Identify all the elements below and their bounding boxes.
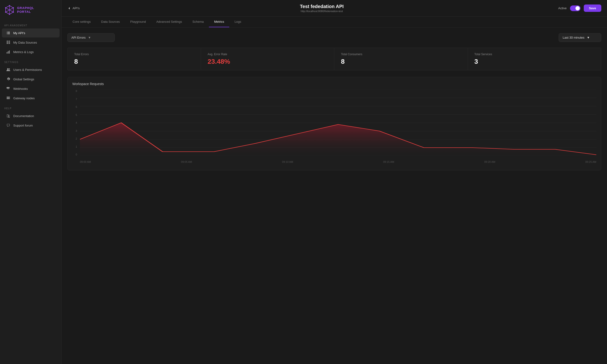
x-label: 09:25 AM: [585, 160, 596, 163]
sidebar-item-users-permissions[interactable]: Users & Permissions: [2, 65, 60, 74]
save-button[interactable]: Save: [584, 4, 601, 12]
sidebar-item-label: Documentation: [13, 114, 34, 118]
svg-point-25: [7, 68, 9, 70]
chart-icon: [6, 50, 11, 54]
api-url: http://localhost:8080/federeation-test: [85, 10, 558, 13]
list-icon: [6, 31, 11, 35]
svg-rect-14: [7, 34, 8, 34]
tab-metrics[interactable]: Metrics: [209, 17, 229, 27]
book-icon: [6, 114, 11, 118]
chevron-down-icon: ▼: [88, 36, 91, 39]
chart-inner: [80, 90, 596, 156]
svg-rect-13: [8, 33, 10, 33]
svg-rect-18: [7, 42, 8, 43]
sidebar-item-metrics-logs[interactable]: Metrics & Logs: [2, 47, 60, 56]
metric-card-total-consumers: Total Consumers 8: [334, 48, 468, 70]
tab-advanced-settings[interactable]: Advanced Settings: [151, 17, 187, 27]
metric-card-avg-error-rate: Avg. Error Rate 23.48%: [201, 48, 335, 70]
x-label: 09:00 AM: [80, 160, 91, 163]
metric-value-error: 23.48%: [208, 58, 328, 65]
svg-rect-24: [9, 51, 10, 53]
sidebar-item-documentation[interactable]: Documentation: [2, 111, 60, 120]
sidebar-item-label: My API's: [13, 31, 25, 35]
api-management-label: API ANAGEMENT: [0, 20, 61, 28]
x-label: 09:15 AM: [383, 160, 394, 163]
x-label: 09:05 AM: [181, 160, 192, 163]
metric-type-dropdown[interactable]: API Errors ▼: [67, 33, 115, 42]
sidebar-item-label: Users & Permissions: [13, 68, 42, 72]
back-button[interactable]: API's: [67, 6, 80, 10]
chart-container: 8 7 6 5 4 3 2 1 0: [72, 90, 596, 165]
chart-title: Workspace Requests: [72, 82, 596, 86]
filter-row: API Errors ▼ Last 30 minutes ▼: [67, 33, 601, 42]
y-label: 3: [76, 130, 78, 132]
y-label: 2: [76, 137, 78, 140]
sidebar-item-my-data-sources[interactable]: My Data Sources: [2, 38, 60, 47]
svg-rect-11: [8, 32, 10, 32]
time-range-label: Last 30 minutes: [563, 36, 584, 39]
metric-label: Total Services: [475, 52, 595, 56]
sidebar-item-support-forum[interactable]: Support forum: [2, 121, 60, 130]
metric-type-label: API Errors: [71, 36, 86, 39]
svg-rect-20: [7, 43, 8, 44]
sidebar-item-label: Support forum: [13, 124, 33, 127]
metric-value: 8: [341, 58, 461, 65]
back-arrow-icon: [67, 6, 71, 10]
sidebar-item-label: Metrics & Logs: [13, 50, 34, 54]
svg-rect-10: [7, 32, 8, 32]
sidebar-item-my-apis[interactable]: My API's: [2, 28, 60, 38]
metric-card-total-services: Total Services 3: [468, 48, 601, 70]
y-label: 4: [76, 121, 78, 124]
sidebar-item-label: Gateway nodes: [13, 96, 35, 100]
tab-data-sources[interactable]: Data Sources: [96, 17, 125, 27]
svg-point-29: [9, 97, 10, 97]
active-toggle[interactable]: [570, 5, 581, 11]
tab-playground[interactable]: Playground: [125, 17, 151, 27]
y-label: 7: [76, 98, 78, 101]
tab-schema[interactable]: Schema: [187, 17, 209, 27]
topbar: API's Test fededation API http://localho…: [62, 0, 607, 17]
metric-label: Total Consumers: [341, 52, 461, 56]
y-label: 0: [76, 153, 78, 156]
logo-brand: GRAPHQL: [17, 6, 34, 10]
y-label: 6: [76, 105, 78, 108]
y-label: 5: [76, 114, 78, 116]
infinity-icon: [6, 87, 11, 91]
sidebar-item-gateway-nodes[interactable]: Gateway nodes: [2, 94, 60, 103]
grid-icon: [6, 40, 11, 45]
metric-label: Total Errors: [74, 52, 194, 56]
chat-icon: [6, 123, 11, 128]
x-label: 09:20 AM: [484, 160, 495, 163]
svg-rect-17: [9, 41, 10, 41]
content-area: API Errors ▼ Last 30 minutes ▼ Total Err…: [62, 27, 607, 364]
gear-icon: [6, 77, 11, 81]
y-label: 1: [76, 145, 78, 148]
sidebar-item-global-settings[interactable]: Global Settings: [2, 75, 60, 84]
tabs-bar: Core settings Data Sources Playground Ad…: [62, 17, 607, 27]
logo-text: GRAPHQL PORTAL: [17, 6, 34, 13]
graphql-logo-icon: [4, 5, 15, 15]
topbar-title: Test fededation API http://localhost:808…: [85, 4, 558, 13]
toggle-track[interactable]: [570, 5, 581, 11]
back-label: API's: [73, 6, 80, 10]
svg-rect-12: [7, 33, 8, 33]
sidebar-item-webhooks[interactable]: Webhooks: [2, 84, 60, 93]
area-chart: [80, 90, 596, 156]
sidebar-item-label: My Data Sources: [13, 41, 37, 44]
y-axis: 8 7 6 5 4 3 2 1 0: [72, 90, 78, 156]
metrics-cards: Total Errors 8 Avg. Error Rate 23.48% To…: [67, 48, 601, 70]
time-range-dropdown[interactable]: Last 30 minutes ▼: [559, 33, 601, 42]
metric-value: 3: [475, 58, 595, 65]
svg-rect-16: [7, 41, 8, 41]
settings-label: SETTINGS: [0, 57, 61, 65]
logo-container: GRAPHQL PORTAL: [0, 0, 61, 20]
svg-rect-23: [8, 51, 9, 53]
tab-logs[interactable]: Logs: [229, 17, 246, 27]
tab-core-settings[interactable]: Core settings: [67, 17, 96, 27]
svg-point-30: [9, 98, 10, 99]
metric-label: Avg. Error Rate: [208, 52, 328, 56]
svg-rect-22: [7, 52, 7, 53]
chevron-down-icon: ▼: [587, 36, 590, 39]
api-title: Test fededation API: [85, 4, 558, 9]
sidebar-item-label: Global Settings: [13, 78, 34, 81]
